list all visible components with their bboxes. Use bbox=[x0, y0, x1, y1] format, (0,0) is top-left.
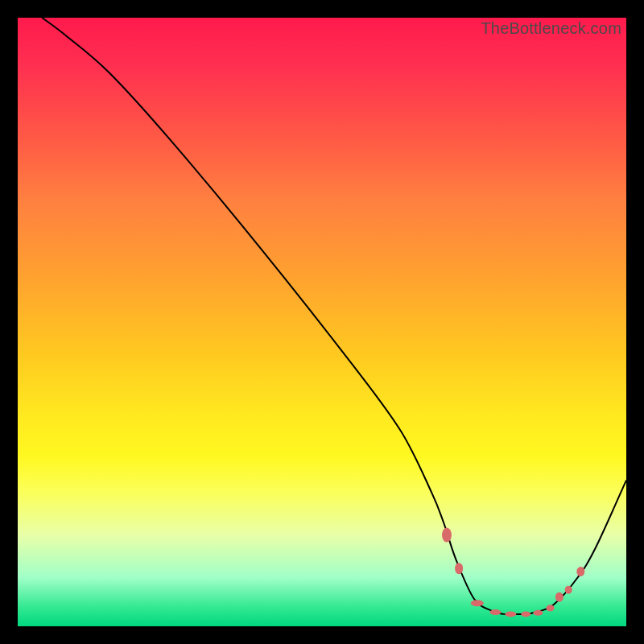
plot-area: TheBottleneck.com bbox=[18, 18, 626, 626]
data-marker bbox=[576, 567, 584, 576]
data-marker bbox=[505, 611, 516, 617]
data-marker bbox=[489, 609, 501, 615]
data-marker bbox=[521, 611, 530, 617]
bottleneck-curve bbox=[42, 18, 626, 614]
data-marker bbox=[555, 592, 564, 602]
data-marker bbox=[565, 586, 572, 594]
data-marker bbox=[442, 528, 452, 543]
data-marker bbox=[533, 610, 543, 616]
data-marker bbox=[471, 600, 484, 606]
watermark-text: TheBottleneck.com bbox=[481, 19, 621, 38]
data-marker bbox=[547, 605, 555, 611]
marker-group bbox=[442, 528, 584, 617]
data-marker bbox=[455, 563, 463, 574]
chart-svg bbox=[18, 18, 626, 626]
